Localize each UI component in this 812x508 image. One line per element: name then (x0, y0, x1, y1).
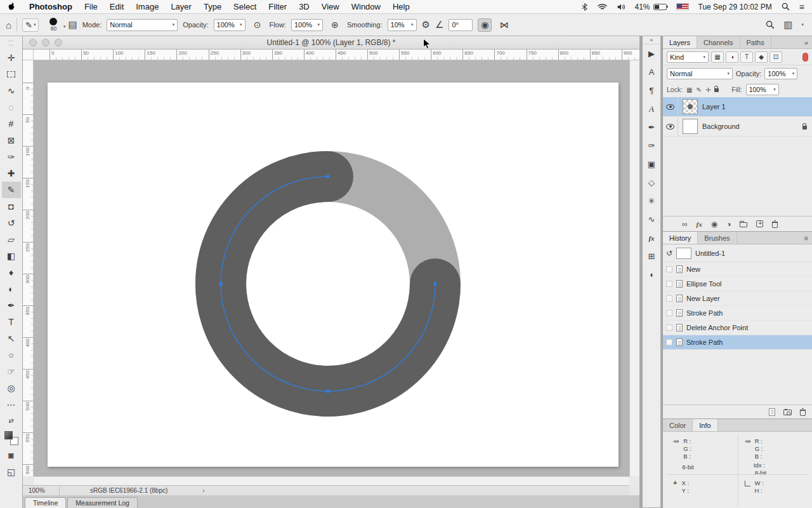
horizontal-scrollbar[interactable] (34, 476, 629, 485)
more-tools-button[interactable]: ⋯ (2, 396, 21, 413)
tab-measurement-log[interactable]: Measurement Log (67, 497, 138, 508)
healing-brush-tool[interactable]: ✚ (2, 165, 21, 182)
history-state-row[interactable]: Stroke Path (663, 335, 812, 350)
app-menu-title[interactable]: Photoshop (29, 2, 72, 11)
layer-thumbnail[interactable] (683, 119, 698, 134)
close-window-button[interactable] (29, 39, 37, 46)
frame-tool[interactable]: ⊠ (2, 132, 21, 149)
history-source-checkbox[interactable] (666, 266, 672, 272)
menu-3d[interactable]: 3D (299, 2, 310, 11)
horizontal-ruler[interactable]: 0501001502002503003504004505005506006507… (34, 50, 639, 60)
filter-icon-0[interactable]: ▦ (711, 51, 724, 63)
history-tab-brushes[interactable]: Brushes (698, 232, 737, 244)
ellipse-tool[interactable]: ○ (2, 347, 21, 363)
delete-state-icon[interactable] (800, 408, 806, 416)
history-state-row[interactable]: New Layer (663, 291, 812, 306)
history-source-checkbox[interactable] (666, 310, 672, 316)
character-panel-icon[interactable]: A (643, 63, 660, 81)
layer-blend-mode-select[interactable]: Normal ▾ (667, 68, 733, 79)
history-source-checkbox[interactable] (666, 339, 672, 345)
layer-visibility-toggle[interactable] (663, 97, 678, 116)
layer-filter-toggle[interactable] (802, 53, 808, 62)
airbrush-button[interactable]: ⊛ (328, 18, 342, 32)
panel-menu-icon[interactable]: ≡ (804, 232, 812, 244)
layers-tab-channels[interactable]: Channels (697, 36, 740, 48)
apple-menu-icon[interactable] (8, 2, 16, 11)
clone-source-panel-icon[interactable]: ▣ (643, 155, 660, 173)
input-language-flag-icon[interactable] (676, 3, 689, 10)
brush-tool[interactable]: ✎ (2, 182, 21, 198)
smoothing-options-gear-icon[interactable]: ⚙ (422, 19, 430, 30)
history-snapshot-row[interactable]: ↺ Untitled-1 (663, 244, 812, 262)
new-group-icon[interactable] (740, 220, 747, 227)
filter-icon-2[interactable]: T (740, 51, 753, 63)
timeline-panel-icon[interactable]: ◖ (643, 265, 660, 284)
smoothing-select[interactable]: 10% ▾ (388, 19, 417, 31)
libraries-panel-icon[interactable]: ◇ (643, 173, 660, 192)
menu-edit[interactable]: Edit (110, 2, 124, 11)
filter-icon-3[interactable]: ◆ (755, 51, 768, 63)
search-icon[interactable] (766, 20, 775, 29)
move-tool[interactable]: ✛ (2, 50, 21, 66)
marquee-tool[interactable] (2, 66, 21, 83)
gradient-tool[interactable]: ◧ (2, 248, 21, 264)
menu-file[interactable]: File (84, 2, 98, 11)
screen-mode-button[interactable]: ◱ (2, 464, 21, 480)
type-tool[interactable]: T (2, 314, 21, 330)
crop-tool[interactable]: # (2, 116, 21, 132)
eyedropper-tool[interactable]: ✑ (2, 149, 21, 165)
history-source-checkbox[interactable] (666, 281, 672, 287)
vertical-ruler[interactable]: 050100150200250300350400450500550600 (23, 60, 34, 476)
history-state-row[interactable]: Delete Anchor Point (663, 321, 812, 335)
home-icon[interactable]: ⌂ (6, 20, 11, 30)
pen-tool[interactable]: ✒ (2, 297, 21, 314)
actions-panel-icon[interactable]: ▶ (643, 44, 660, 63)
layer-filter-kind-select[interactable]: Kind ▾ (667, 51, 709, 63)
path-selection-tool[interactable]: ↖ (2, 330, 21, 347)
layer-row[interactable]: Layer 1 (663, 97, 812, 117)
filter-icon-4[interactable]: ⊡ (769, 51, 782, 63)
menu-layer[interactable]: Layer (171, 2, 192, 11)
wifi-icon[interactable] (598, 3, 607, 10)
filter-icon-1[interactable]: ◑ (726, 51, 738, 63)
vertical-scrollbar[interactable] (629, 60, 639, 476)
history-state-row[interactable]: Stroke Path (663, 306, 812, 321)
size-pressure-button[interactable]: ◉ (478, 18, 492, 32)
blend-mode-select[interactable]: Normal ▾ (107, 19, 178, 31)
dodge-tool[interactable]: ◐ (2, 281, 21, 297)
flow-select[interactable]: 100% ▾ (291, 19, 323, 31)
layer-fill-select[interactable]: 100% ▾ (746, 84, 779, 95)
menu-type[interactable]: Type (204, 2, 221, 11)
menu-select[interactable]: Select (233, 2, 256, 11)
spotlight-icon[interactable] (782, 3, 790, 11)
lasso-tool[interactable]: ∿ (2, 83, 21, 99)
symmetry-button[interactable]: ⋈ (497, 18, 511, 32)
opacity-pressure-button[interactable]: ⊙ (251, 18, 265, 32)
adjustments-panel-icon[interactable]: ✳ (643, 192, 660, 210)
blur-tool[interactable]: ♦ (2, 264, 21, 281)
new-snapshot-icon[interactable] (783, 408, 792, 415)
delete-layer-icon[interactable] (772, 220, 778, 228)
link-layers-icon[interactable]: ∞ (682, 220, 688, 229)
lock-position-icon[interactable]: ✛ (705, 86, 710, 93)
history-state-row[interactable]: Ellipse Tool (663, 277, 812, 291)
swap-colors-button[interactable]: ⇄ (2, 413, 21, 429)
zoom-window-button[interactable] (55, 39, 62, 46)
minimize-window-button[interactable] (42, 39, 49, 46)
layer-thumbnail[interactable] (683, 99, 698, 114)
history-state-row[interactable]: New (663, 262, 812, 277)
lock-transparency-icon[interactable]: ▦ (686, 86, 692, 93)
canvas-area[interactable] (34, 60, 629, 476)
caret-down-icon[interactable]: ▾ (801, 22, 804, 27)
hand-tool[interactable]: ☞ (2, 363, 21, 380)
volume-icon[interactable] (617, 3, 625, 11)
histogram-panel-icon[interactable]: ∿ (643, 210, 660, 229)
collapse-dock-chevron-icon[interactable]: » (804, 36, 812, 48)
current-tool-button[interactable]: ✎ ▾ (22, 18, 39, 32)
menu-window[interactable]: Window (351, 2, 381, 11)
adjustment-layer-icon[interactable]: ◑ (726, 220, 731, 229)
battery-indicator[interactable]: 41% (635, 3, 667, 11)
menu-help[interactable]: Help (393, 2, 410, 11)
layer-visibility-toggle[interactable] (663, 117, 678, 136)
quick-selection-tool[interactable]: ◌ (2, 99, 21, 116)
